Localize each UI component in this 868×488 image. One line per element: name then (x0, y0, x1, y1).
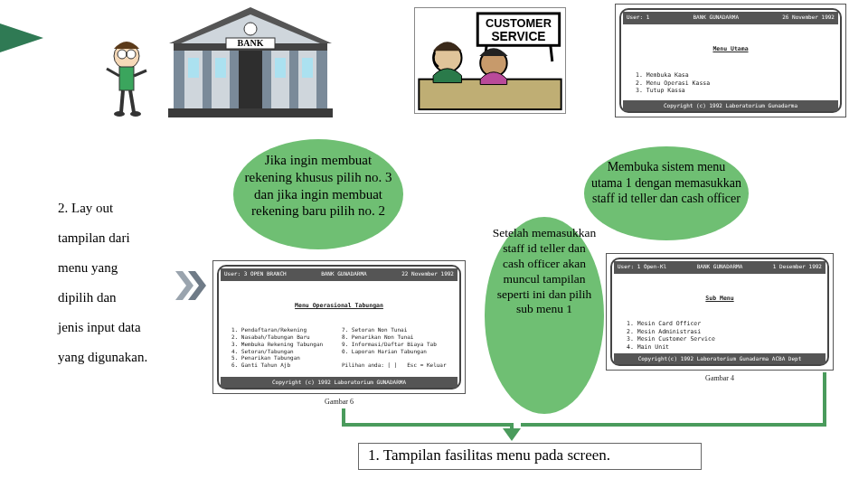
term1-header-right: 26 November 1992 (782, 14, 835, 23)
speech-bubble-1: Jika ingin membuat rekening khusus pilih… (233, 139, 403, 249)
character-illustration (101, 36, 152, 119)
svg-rect-20 (119, 67, 134, 90)
left-line-5: jenis input data (58, 313, 175, 343)
left-line-3: menu yang (58, 253, 175, 283)
term3-header-center: BANK GUNADARMA (697, 263, 743, 272)
term3-footer: Copyright(c) 1992 Laboratorium Gunadarma… (614, 353, 826, 364)
term2-title: Menu Operasional Tabungan (224, 302, 454, 309)
svg-line-30 (551, 45, 552, 61)
term2-header-center: BANK GUNADARMA (321, 270, 367, 279)
term1-title: Menu Utama (627, 45, 835, 52)
term3-header-right: 1 Desember 1992 (773, 263, 822, 272)
svg-line-22 (134, 70, 146, 76)
svg-line-24 (130, 90, 134, 112)
svg-point-18 (127, 50, 136, 59)
svg-marker-34 (175, 271, 193, 300)
svg-rect-9 (275, 58, 286, 78)
chevron-arrows-icon (174, 267, 210, 304)
speech-bubble-2: Membuka sistem menu utama 1 dengan memas… (584, 146, 749, 240)
left-line-2: tampilan dari (58, 223, 175, 253)
left-line-1: 2. Lay out (58, 193, 175, 223)
terminal-screenshot-3: User: 1 Open-Kl BANK GUNADARMA 1 Desembe… (606, 253, 834, 371)
svg-point-17 (118, 50, 127, 59)
bottom-caption: 1. Tampilan fasilitas menu pada screen. (358, 443, 702, 470)
term1-header-center: BANK GUNADARMA (693, 14, 739, 23)
bank-building-illustration: BANK (165, 0, 336, 119)
terminal-screenshot-2: User: 3 OPEN BRANCH BANK GUNADARMA 22 No… (212, 260, 466, 394)
term3-caption: Gambar 4 (607, 374, 833, 382)
bank-sign-text: BANK (238, 38, 264, 48)
svg-line-23 (121, 90, 123, 112)
svg-marker-36 (503, 428, 521, 441)
svg-rect-10 (302, 58, 313, 78)
cs-sign-line1: CUSTOMER (486, 16, 552, 30)
svg-point-13 (244, 23, 257, 35)
decor-triangle (0, 23, 43, 52)
term1-footer: Copyright (c) 1992 Laboratorium Gunadarm… (623, 100, 838, 111)
svg-rect-7 (188, 58, 199, 78)
term2-header-right: 22 November 1992 (401, 270, 454, 279)
customer-service-illustration: CUSTOMER SERVICE (414, 7, 566, 114)
left-line-6: yang digunakan. (58, 343, 175, 372)
term3-header-left: User: 1 Open-Kl (618, 263, 666, 272)
term3-title: Sub Menu (618, 295, 822, 302)
left-paragraph: 2. Lay out tampilan dari menu yang dipil… (58, 193, 175, 372)
svg-rect-15 (168, 108, 333, 117)
speech-bubble-3: Setelah memasukkan staff id teller dan c… (485, 217, 604, 414)
term2-caption: Gambar 6 (213, 398, 465, 406)
svg-rect-8 (215, 58, 226, 78)
svg-rect-4 (239, 51, 262, 108)
terminal-screenshot-1: User: 1 BANK GUNADARMA 26 November 1992 … (615, 4, 846, 117)
svg-line-21 (107, 69, 119, 76)
term2-header-left: User: 3 OPEN BRANCH (224, 270, 287, 279)
term1-header-left: User: 1 (627, 14, 649, 23)
svg-point-25 (114, 111, 125, 117)
left-line-4: dipilih dan (58, 283, 175, 313)
cs-sign-line2: SERVICE (491, 30, 545, 43)
svg-point-26 (130, 111, 141, 117)
term2-footer: Copyright (c) 1992 Laboratorium GUNADARM… (221, 377, 458, 388)
term2-items: 1. Pendaftaran/Rekening 2. Nasabah/Tabun… (224, 324, 454, 371)
